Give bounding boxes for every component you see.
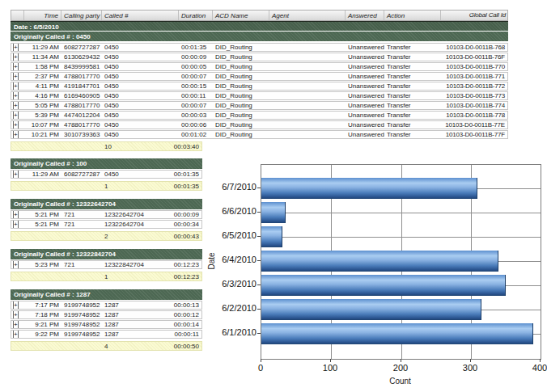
expand-cell: + — [11, 102, 24, 109]
call-report-page: TimeCalling party #Called #DurationACD N… — [0, 0, 547, 392]
calling-party-cell: 721 — [61, 211, 102, 218]
expand-icon[interactable]: + — [13, 44, 19, 51]
called-cell: 0450 — [102, 121, 179, 129]
table-row: +5:21 PM7211232264270400:00:09 — [11, 210, 202, 219]
originally-called-group-header: Originally Called # : 12322842704 — [11, 249, 202, 259]
expand-cell: + — [11, 301, 24, 309]
originally-called-group-header: Originally Called # : 0450 — [11, 32, 508, 42]
expand-icon[interactable]: + — [13, 102, 19, 109]
y-tick-label: 6/1/2010 — [208, 327, 257, 338]
table-row: +10:07 PM4788017770045000:00:06DID_Routi… — [11, 120, 508, 129]
expand-icon[interactable]: + — [13, 82, 19, 90]
expand-icon[interactable]: + — [13, 112, 19, 119]
y-tick-label: 6/5/2010 — [208, 230, 257, 241]
expand-icon[interactable]: + — [13, 92, 19, 99]
expand-icon[interactable]: + — [13, 73, 19, 80]
summary-count: 1 — [102, 182, 163, 190]
action-cell: Transfer — [384, 44, 441, 51]
group-summary-row: 10 00:03:40 — [11, 141, 202, 151]
column-header-duration[interactable]: Duration — [179, 11, 213, 20]
expand-cell: + — [11, 261, 24, 268]
column-header-expand[interactable] — [11, 11, 24, 20]
expand-icon[interactable]: + — [13, 301, 19, 309]
x-axis-tick — [401, 359, 401, 362]
summary-count: 10 — [102, 142, 163, 150]
calls-by-date-chart: Count Date 01002003004006/7/20106/6/2010… — [206, 154, 547, 392]
chart-x-axis-title: Count — [261, 377, 540, 386]
duration-cell: 00:00:05 — [179, 63, 213, 70]
expand-cell: + — [11, 44, 24, 51]
column-header-calling-party[interactable]: Calling party # — [61, 11, 102, 20]
column-header-global-call-id[interactable]: Global Call Id — [441, 11, 507, 20]
y-axis-tick — [257, 309, 261, 310]
acd-name-cell: DID_Routing — [213, 92, 269, 99]
time-cell: 11:29 AM — [24, 44, 61, 51]
calling-party-cell: 6130629432 — [61, 53, 102, 61]
acd-name-cell: DID_Routing — [213, 112, 269, 119]
global-call-id-cell: 10103-D0-0011B-771 — [441, 73, 507, 80]
column-header-acd-name[interactable]: ACD Name — [213, 11, 269, 20]
action-cell: Transfer — [384, 63, 441, 70]
action-cell: Transfer — [384, 112, 441, 119]
time-cell: 5:39 PM — [24, 112, 61, 119]
answered-cell: Unanswered — [346, 53, 384, 61]
expand-icon[interactable]: + — [13, 321, 19, 328]
calling-party-cell: 4788017770 — [61, 121, 102, 129]
expand-icon[interactable]: + — [13, 121, 19, 129]
answered-cell: Unanswered — [346, 112, 384, 119]
called-cell: 0450 — [102, 92, 179, 99]
group-summary-row: 100:12:23 — [11, 272, 202, 281]
global-call-id-cell: 10103-D0-0011B-770 — [441, 63, 507, 70]
expand-icon[interactable]: + — [13, 171, 19, 178]
acd-name-cell: DID_Routing — [213, 82, 269, 90]
column-header-agent[interactable]: Agent — [269, 11, 346, 20]
action-cell: Transfer — [384, 92, 441, 99]
action-cell: Transfer — [384, 73, 441, 80]
table-row: +5:21 PM7211232264270400:00:34 — [11, 220, 202, 229]
expand-icon[interactable]: + — [13, 311, 19, 318]
time-cell: 5:05 PM — [24, 102, 61, 109]
expand-icon[interactable]: + — [13, 53, 19, 61]
table-row: +7:18 PM9199748952128700:00:12 — [11, 310, 202, 319]
expand-icon[interactable]: + — [13, 63, 19, 70]
time-cell: 2:37 PM — [24, 73, 61, 80]
global-call-id-cell: 10103-D0-0011B-773 — [441, 92, 507, 99]
expand-icon[interactable]: + — [13, 221, 19, 228]
date-group-header: Date : 6/5/2010 — [11, 21, 508, 32]
table-row: +7:17 PM9199748952128700:00:13 — [11, 301, 202, 310]
x-tick-label: 0 — [244, 363, 277, 373]
calling-party-cell: 4474012204 — [61, 112, 102, 119]
chart-bar — [261, 226, 282, 247]
calling-party-cell: 721 — [61, 221, 102, 228]
column-header-called[interactable]: Called # — [102, 11, 179, 20]
y-axis-tick — [257, 212, 261, 213]
column-header-answered[interactable]: Answered — [346, 11, 384, 20]
summary-count: 1 — [102, 272, 163, 280]
calling-party-cell: 8439999581 — [61, 63, 102, 70]
time-cell: 4:16 PM — [24, 92, 61, 99]
expand-icon[interactable]: + — [13, 331, 19, 338]
expand-icon[interactable]: + — [13, 211, 19, 218]
expand-cell: + — [11, 211, 24, 218]
table-row: +9:22 PM9199748952128700:00:11 — [11, 330, 202, 339]
group-summary-row: 200:00:43 — [11, 231, 202, 241]
summary-total-duration: 00:12:23 — [163, 272, 201, 280]
column-header-action[interactable]: Action — [384, 11, 441, 20]
expand-icon[interactable]: + — [13, 261, 19, 268]
y-axis-tick — [257, 188, 261, 188]
chart-bar — [261, 251, 498, 272]
column-header-time[interactable]: Time — [24, 11, 61, 20]
table-row: +11:34 AM6130629432045000:00:09DID_Routi… — [11, 53, 508, 61]
x-axis-tick — [330, 359, 331, 362]
time-cell: 4:11 PM — [24, 82, 61, 90]
duration-cell: 00:01:02 — [179, 131, 213, 138]
time-cell: 7:18 PM — [24, 311, 61, 318]
expand-icon[interactable]: + — [13, 131, 19, 138]
chart-bar — [261, 323, 533, 344]
called-cell: 0450 — [102, 102, 179, 109]
called-cell: 12322642704 — [102, 221, 163, 228]
expand-cell: + — [11, 53, 24, 61]
originally-called-group-header: Originally Called # : 1287 — [11, 289, 202, 300]
time-cell: 9:22 PM — [24, 331, 61, 338]
expand-cell: + — [11, 73, 24, 80]
